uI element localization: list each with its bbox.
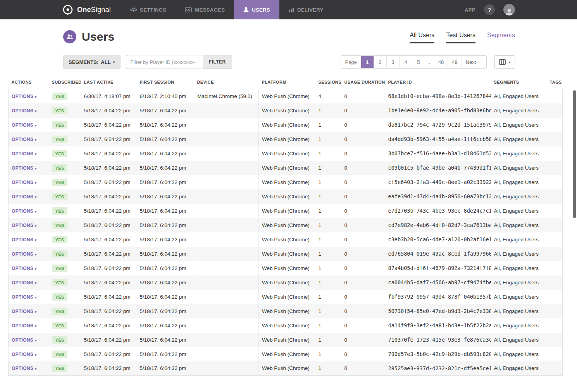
options-button[interactable]: OPTIONS ▾ xyxy=(12,266,37,271)
app-label[interactable]: APP xyxy=(465,7,475,13)
pagination-page-1[interactable]: 1 xyxy=(361,56,374,68)
subscribed-badge: YES xyxy=(52,351,68,358)
options-button[interactable]: OPTIONS ▾ xyxy=(12,352,37,357)
brand[interactable]: OneSignal xyxy=(0,0,121,19)
pagination-page-5[interactable]: 5 xyxy=(412,56,425,68)
users-table-header-row: ACTIONSSUBSCRIBEDLAST ACTIVEFIRST SESSIO… xyxy=(9,76,563,89)
segments-cell: All, Engaged Users xyxy=(491,118,547,132)
player-id-cell: ca0044b5-daf7-4566-ab97-cf9474fbefdc xyxy=(385,275,491,290)
options-button[interactable]: OPTIONS ▾ xyxy=(12,94,37,99)
tags-cell xyxy=(547,175,563,189)
device-cell xyxy=(194,118,259,132)
options-button[interactable]: OPTIONS ▾ xyxy=(12,280,37,285)
platform-cell: Web Push (Chrome) xyxy=(259,232,315,247)
tab-test-users[interactable]: Test Users xyxy=(446,32,475,43)
users-table-body: OPTIONS ▾YES6/30/17, 4:18:07 pm6/13/17, … xyxy=(9,89,563,376)
subscribed-badge: YES xyxy=(52,121,68,129)
options-button[interactable]: OPTIONS ▾ xyxy=(12,337,37,343)
table-row: OPTIONS ▾YES5/18/17, 6:04:22 pm5/18/17, … xyxy=(9,204,563,218)
player-id-filter-input[interactable] xyxy=(126,55,203,69)
chevron-down-icon: ▾ xyxy=(35,181,37,185)
chevron-down-icon: ▾ xyxy=(35,124,37,127)
options-button[interactable]: OPTIONS ▾ xyxy=(12,180,37,185)
subscribed-badge: YES xyxy=(52,250,68,258)
last-active-cell: 5/18/17, 6:04:22 pm xyxy=(81,333,137,347)
options-button[interactable]: OPTIONS ▾ xyxy=(12,294,37,300)
scrollbar[interactable] xyxy=(573,90,576,218)
nav-item-label: DELIVERY xyxy=(297,7,324,13)
options-button[interactable]: OPTIONS ▾ xyxy=(12,122,37,128)
tabs: All Users Test Users Segments xyxy=(410,32,515,43)
sessions-cell: 1 xyxy=(315,218,341,232)
pagination-page-49[interactable]: 49 xyxy=(448,56,461,68)
last-active-cell: 5/18/17, 6:04:22 pm xyxy=(81,218,137,232)
options-button[interactable]: OPTIONS ▾ xyxy=(12,251,37,257)
options-button[interactable]: OPTIONS ▾ xyxy=(12,165,37,171)
options-button[interactable]: OPTIONS ▾ xyxy=(12,237,37,242)
bar-chart-icon xyxy=(289,7,294,12)
usage-duration-cell: 0 xyxy=(341,146,385,161)
subscribed-badge: YES xyxy=(52,107,68,114)
sessions-cell: 1 xyxy=(315,146,341,161)
subscribed-badge: YES xyxy=(52,164,68,172)
tags-cell xyxy=(547,290,563,304)
filter-button[interactable]: FILTER xyxy=(203,55,232,69)
nav-item-settings[interactable]: </> SETTINGS xyxy=(121,0,176,19)
pagination-next-button[interactable]: Next → xyxy=(462,56,486,68)
device-cell xyxy=(194,161,259,175)
options-button[interactable]: OPTIONS ▾ xyxy=(12,194,37,199)
usage-duration-cell: 0 xyxy=(341,261,385,275)
sessions-cell: 1 xyxy=(315,189,341,204)
column-header: TAGS xyxy=(547,76,563,89)
options-button[interactable]: OPTIONS ▾ xyxy=(12,151,37,156)
tab-segments[interactable]: Segments xyxy=(487,32,515,43)
users-table: ACTIONSSUBSCRIBEDLAST ACTIVEFIRST SESSIO… xyxy=(8,76,563,376)
first-session-cell: 5/18/17, 6:04:22 pm xyxy=(137,189,194,204)
options-button[interactable]: OPTIONS ▾ xyxy=(12,208,37,214)
platform-cell: Web Push (Chrome) xyxy=(259,261,315,275)
tags-cell xyxy=(547,247,563,261)
platform-cell: Web Push (Chrome) xyxy=(259,146,315,161)
pagination-page-4[interactable]: 4 xyxy=(399,56,412,68)
options-button[interactable]: OPTIONS ▾ xyxy=(12,323,37,328)
device-cell: MacIntel Chrome (59.0) xyxy=(194,89,259,103)
options-button[interactable]: OPTIONS ▾ xyxy=(12,223,37,228)
device-cell xyxy=(194,333,259,347)
nav-item-delivery[interactable]: DELIVERY xyxy=(279,0,333,19)
tags-cell xyxy=(547,103,563,118)
subscribed-badge: YES xyxy=(52,336,68,344)
table-row: OPTIONS ▾YES5/18/17, 6:04:22 pm5/18/17, … xyxy=(9,304,563,318)
device-cell xyxy=(194,304,259,318)
first-session-cell: 5/18/17, 6:04:22 pm xyxy=(137,247,194,261)
subscribed-badge: YES xyxy=(52,279,68,286)
segments-cell: All, Engaged Users xyxy=(491,304,547,318)
column-header: SEGMENTS xyxy=(491,76,547,89)
tags-cell xyxy=(547,304,563,318)
options-button[interactable]: OPTIONS ▾ xyxy=(12,137,37,142)
platform-cell: Web Push (Chrome) xyxy=(259,161,315,175)
segments-cell: All, Engaged Users xyxy=(491,333,547,347)
nav-item-users[interactable]: USERS xyxy=(234,0,279,19)
chevron-down-icon: ▾ xyxy=(35,353,37,357)
pagination-page-2[interactable]: 2 xyxy=(374,56,386,68)
first-session-cell: 5/18/17, 6:04:22 pm xyxy=(137,175,194,189)
pagination-page-3[interactable]: 3 xyxy=(386,56,399,68)
options-button[interactable]: OPTIONS ▾ xyxy=(12,108,37,113)
platform-cell: Web Push (Chrome) xyxy=(259,318,315,333)
columns-toggle-button[interactable]: ▾ xyxy=(494,55,515,69)
usage-duration-cell: 0 xyxy=(341,290,385,304)
nav-item-label: USERS xyxy=(252,7,270,13)
help-icon[interactable]: ? xyxy=(484,4,495,15)
segments-cell: All, Engaged Users xyxy=(491,261,547,275)
usage-duration-cell: 0 xyxy=(341,361,385,376)
options-button[interactable]: OPTIONS ▾ xyxy=(12,309,37,314)
options-button[interactable]: OPTIONS ▾ xyxy=(12,366,37,371)
pagination-page-48[interactable]: 48 xyxy=(434,56,448,68)
tab-all-users[interactable]: All Users xyxy=(410,32,434,43)
nav-item-messages[interactable]: MESSAGES xyxy=(176,0,234,19)
segments-dropdown[interactable]: SEGMENTS: ALL ▾ xyxy=(63,55,121,69)
avatar[interactable] xyxy=(503,4,515,15)
sessions-cell: 4 xyxy=(315,89,341,103)
segments-cell: All, Engaged Users xyxy=(491,89,547,103)
subscribed-badge: YES xyxy=(52,179,68,186)
